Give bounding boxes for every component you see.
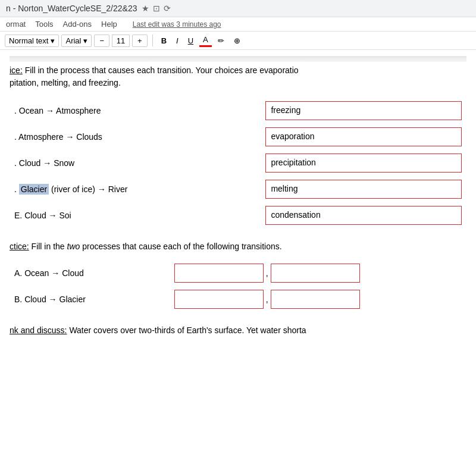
menu-tools[interactable]: Tools [35,20,53,29]
answer-pair: , [174,264,462,283]
style-dropdown-label: Normal text [9,36,48,45]
menu-format[interactable]: ormat [6,20,26,29]
style-dropdown[interactable]: Normal text ▾ [5,35,59,47]
title-bar: n - Norton_WaterCycleSE_2/22&23 ★ ⊡ ⟳ [0,0,476,17]
think-discuss-text: Water covers over two-thirds of Earth's … [69,325,306,335]
answer-box[interactable]: freezing [265,101,462,120]
style-dropdown-arrow: ▾ [51,36,55,45]
row-letter: . [14,132,18,142]
answer-text: condensation [271,210,320,220]
row-from: Cloud [19,158,41,168]
row-to: Atmosphere [56,106,101,115]
answer-cell: melting [261,176,466,202]
row-arrow: → [46,106,56,115]
row-to: Soi [60,211,71,220]
font-size-display: 11 [112,35,130,47]
font-dropdown-arrow: ▾ [83,36,87,45]
practice2-label: ctice: [10,242,29,251]
practice2-text-before: Fill in the [32,242,67,251]
answer-pair-cell: , [170,260,466,286]
answer-box[interactable]: condensation [265,206,462,225]
practice2-italic: two [67,242,80,251]
toolbar-divider-1 [152,35,153,46]
answer-box-1[interactable] [174,264,264,283]
row-letter: . [14,184,19,194]
row-from: Atmosphere [18,132,63,142]
row-arrow: → [43,158,54,168]
answer-pair-cell: , [170,286,466,312]
cloud-icon[interactable]: ⟳ [164,4,171,13]
row-arrow: → [49,211,60,220]
answer-box-2[interactable] [271,290,360,309]
table-row: . Ocean → Atmosphere freezing [10,98,466,124]
row-from: Cloud [24,295,46,304]
bold-button[interactable]: B [158,35,170,46]
answer-box[interactable]: evaporation [265,127,462,146]
practice2-instructions: ctice: Fill in the two processes that ca… [10,240,466,253]
answer-cell: freezing [261,98,466,124]
row-from: Ocean [19,106,43,115]
scrolled-top-content [10,56,466,62]
transition-label: . Atmosphere → Clouds [10,124,261,150]
think-discuss-section: nk and discuss: Water covers over two-th… [10,324,466,337]
practice1-instruction-text: Fill in the process that causes each tra… [25,65,299,75]
think-discuss-label: nk and discuss: [10,325,67,335]
practice2-text-after: processes that cause each of the followi… [82,242,281,251]
row-arrow: → [98,184,108,194]
italic-button[interactable]: I [173,35,182,46]
row-letter: B. [14,295,24,304]
answer-box[interactable]: precipitation [265,154,462,173]
transition-label: . Glacier (river of ice) → River [10,176,261,202]
table-row: A. Ocean → Cloud , [10,260,466,286]
row-to: River [108,184,128,194]
font-dropdown-label: Arial [65,36,81,45]
practice1-label: ice: [10,65,23,75]
comma-separator: , [266,268,268,278]
two-process-table: A. Ocean → Cloud , B. Cloud → Glacier [10,260,466,312]
title-icons: ★ ⊡ ⟳ [142,4,171,13]
font-size-increase[interactable]: + [132,35,148,47]
menu-bar: ormat Tools Add-ons Help Last edit was 3… [0,17,476,32]
row-to: Clouds [76,132,102,142]
answer-box-1[interactable] [174,290,264,309]
row-letter: A. [14,268,24,278]
table-row: B. Cloud → Glacier , [10,286,466,312]
row-letter: . [14,158,19,168]
toolbar: Normal text ▾ Arial ▾ − 11 + B I U A ✏ ⊕ [0,32,476,50]
transition-label: E. Cloud → Soi [10,202,261,228]
transition-label: . Cloud → Snow [10,150,261,176]
font-dropdown[interactable]: Arial ▾ [61,35,92,47]
row-from: Ocean [24,268,49,278]
font-color-button[interactable]: A [199,34,212,47]
table-row: . Atmosphere → Clouds evaporation [10,124,466,150]
answer-box-2[interactable] [271,264,360,283]
answer-text: precipitation [271,158,316,167]
star-icon[interactable]: ★ [142,4,149,13]
link-button[interactable]: ⊕ [230,35,244,46]
table-row: E. Cloud → Soi condensation [10,202,466,228]
practice1-instructions: ice: Fill in the process that causes eac… [10,64,466,89]
content-area: ice: Fill in the process that causes eac… [0,50,476,461]
highlight-button[interactable]: ✏ [214,35,228,46]
menu-addons[interactable]: Add-ons [63,20,92,29]
answer-pair: , [174,290,462,309]
glacier-extra: (river of ice) [51,184,95,194]
folder-icon[interactable]: ⊡ [153,4,160,13]
menu-help[interactable]: Help [101,20,117,29]
transitions-table: . Ocean → Atmosphere freezing . Atmosphe… [10,98,466,228]
comma-separator: , [266,295,268,304]
font-size-decrease[interactable]: − [94,35,109,47]
underline-button[interactable]: U [184,35,197,46]
row-from: Cloud [24,211,46,220]
row-letter: E. [14,211,24,220]
row-to: Cloud [62,268,84,278]
row-to: Snow [54,158,74,168]
practice1-instruction-text2: pitation, melting, and freezing. [10,78,121,87]
row-letter: . [14,106,19,115]
answer-box[interactable]: melting [265,180,462,199]
answer-text: evaporation [271,131,314,141]
glacier-highlight: Glacier [19,184,49,195]
answer-text: freezing [271,105,300,115]
row-arrow: → [49,295,60,304]
row-arrow: → [51,268,62,278]
